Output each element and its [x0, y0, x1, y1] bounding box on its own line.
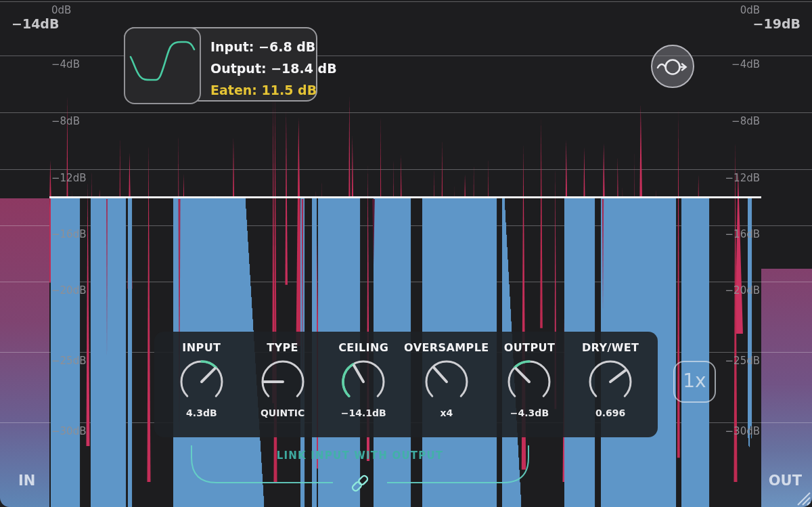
knob-input[interactable]: INPUT4.3dB: [161, 332, 242, 437]
knob-value-input: 4.3dB: [161, 407, 242, 418]
knob-value-arc: [202, 361, 216, 368]
knob-dial-drywet[interactable]: [585, 356, 636, 407]
knob-dial-ceiling[interactable]: [338, 356, 389, 407]
knob-label-oversample: OVERSAMPLE: [404, 341, 489, 354]
knob-pointer: [434, 368, 447, 382]
knob-oversample[interactable]: OVERSAMPLEx4: [404, 332, 489, 437]
oversample-indicator[interactable]: 1x: [673, 361, 716, 403]
knob-value-output: −4.3dB: [489, 407, 570, 418]
tooltip-input-row: Input: −6.8 dB: [210, 36, 337, 58]
plugin-window: −14dB −19dB 0dB0dB−4dB−4dB−8dB−8dB−12dB−…: [0, 0, 812, 507]
knob-value-arc: [515, 361, 529, 368]
knob-label-input: INPUT: [161, 341, 242, 354]
resize-grip-icon[interactable]: [793, 488, 811, 506]
knob-value-arc: [343, 364, 353, 396]
knob-label-ceiling: CEILING: [323, 341, 404, 354]
knob-dial-output[interactable]: [503, 356, 555, 407]
knob-label-type: TYPE: [242, 341, 323, 354]
knob-pointer: [516, 368, 530, 382]
knob-ceiling[interactable]: CEILING−14.1dB: [323, 332, 404, 437]
knob-label-output: OUTPUT: [489, 341, 570, 354]
tooltip-output-row: Output: −18.4 dB: [210, 58, 337, 79]
knob-value-ceiling: −14.1dB: [323, 407, 404, 418]
bypass-button[interactable]: [650, 44, 695, 89]
knob-pointer: [354, 366, 363, 382]
clip-curve-thumbnail[interactable]: [124, 27, 201, 104]
clip-curve-icon: [131, 42, 194, 80]
knob-value-oversample: x4: [404, 407, 489, 418]
knob-dial-input[interactable]: [176, 356, 227, 407]
knob-output[interactable]: OUTPUT−4.3dB: [489, 332, 570, 437]
knob-dial-oversample[interactable]: [421, 356, 472, 407]
knob-value-drywet: 0.696: [570, 407, 651, 418]
knob-value-type: QUINTIC: [242, 407, 323, 418]
knob-drywet[interactable]: DRY/WET0.696: [570, 332, 651, 437]
ceiling-line[interactable]: [49, 196, 761, 198]
knob-label-drywet: DRY/WET: [570, 341, 651, 354]
knob-dial-type[interactable]: [257, 356, 309, 407]
knob-pointer: [202, 368, 215, 382]
in-label: IN: [18, 472, 35, 489]
io-tooltip: Input: −6.8 dB Output: −18.4 dB Eaten: 1…: [124, 27, 317, 102]
out-label: OUT: [769, 472, 802, 489]
knob-pointer: [610, 370, 625, 382]
control-panel: INPUT4.3dBTYPEQUINTICCEILING−14.1dBOVERS…: [154, 332, 658, 437]
chain-link-icon[interactable]: [348, 472, 371, 495]
tooltip-eaten-row: Eaten: 11.5 dB: [210, 79, 337, 101]
knob-type[interactable]: TYPEQUINTIC: [242, 332, 323, 437]
